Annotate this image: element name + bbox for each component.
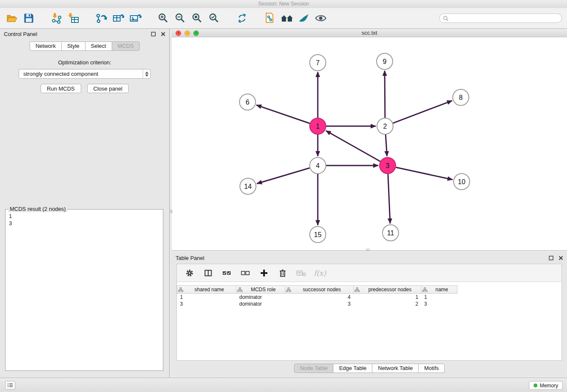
import-network-button[interactable] bbox=[48, 10, 65, 26]
show-graphics-details-button[interactable] bbox=[312, 10, 329, 26]
column-type-icon bbox=[355, 287, 360, 292]
maximize-window-icon[interactable]: + bbox=[193, 30, 199, 36]
graph-node-label: 3 bbox=[386, 162, 390, 169]
graph-node-label: 1 bbox=[316, 123, 320, 130]
mcds-result-title: MCDS result (2 nodes) bbox=[8, 206, 67, 212]
column-header-successor-nodes[interactable]: successor nodes bbox=[285, 286, 354, 294]
column-header-name[interactable]: name bbox=[421, 286, 457, 294]
delete-column-button[interactable] bbox=[278, 268, 288, 278]
network-view-window: × − + scc.txt 7968124314101511 bbox=[172, 29, 567, 251]
add-column-button[interactable] bbox=[259, 268, 269, 278]
zoom-fit-button[interactable] bbox=[189, 10, 206, 26]
table-cell[interactable]: dominator bbox=[237, 301, 285, 307]
refresh-view-button[interactable] bbox=[234, 10, 250, 26]
main-toolbar bbox=[0, 8, 567, 29]
table-cell[interactable]: 3 bbox=[285, 301, 354, 307]
graph-edge-2-3[interactable] bbox=[385, 135, 387, 156]
table-cell[interactable]: 2 bbox=[354, 301, 421, 307]
global-search-field[interactable] bbox=[439, 14, 562, 23]
column-header-mcds-role[interactable]: MCDS role bbox=[237, 286, 285, 294]
search-input[interactable] bbox=[451, 15, 558, 21]
graph-edge-3-10[interactable] bbox=[396, 167, 453, 179]
table-cell[interactable]: dominator bbox=[237, 294, 285, 301]
import-network-icon bbox=[50, 12, 63, 24]
graph-edge-2-9[interactable] bbox=[385, 71, 385, 118]
table-tab-edge-table[interactable]: Edge Table bbox=[333, 364, 372, 373]
table-settings-button[interactable] bbox=[184, 268, 195, 278]
tab-network[interactable]: Network bbox=[30, 41, 62, 51]
minimize-window-icon[interactable]: − bbox=[184, 30, 190, 36]
export-table-button[interactable] bbox=[110, 10, 127, 26]
zoom-fit-icon bbox=[192, 13, 203, 24]
table-panel-title: Table Panel bbox=[176, 255, 204, 261]
canvas-splitter-handle[interactable] bbox=[362, 248, 373, 251]
export-image-button[interactable] bbox=[127, 10, 144, 26]
table-cell[interactable]: 4 bbox=[285, 294, 354, 301]
import-table-icon bbox=[67, 12, 80, 24]
close-panel-icon[interactable] bbox=[160, 31, 166, 37]
zoom-selected-button[interactable] bbox=[206, 10, 223, 26]
control-panel-header: Control Panel bbox=[0, 29, 169, 40]
table-toolbar: f(x) bbox=[177, 264, 561, 282]
table-tab-network-table[interactable]: Network Table bbox=[372, 364, 418, 373]
table-row[interactable]: 1dominator411 bbox=[177, 294, 457, 301]
export-table-icon bbox=[112, 12, 125, 24]
graph-edge-2-8[interactable] bbox=[393, 101, 452, 123]
home-networks-button[interactable] bbox=[278, 10, 295, 26]
tab-style[interactable]: Style bbox=[62, 41, 85, 51]
select-all-button[interactable] bbox=[222, 268, 232, 278]
panel-splitter-handle[interactable] bbox=[170, 206, 173, 217]
network-canvas[interactable]: 7968124314101511 bbox=[172, 37, 567, 250]
tab-mcds[interactable]: MCDS bbox=[112, 41, 140, 51]
export-network-button[interactable] bbox=[93, 10, 110, 26]
home-icon bbox=[280, 13, 294, 24]
function-builder-button: f(x) bbox=[315, 268, 325, 278]
save-session-button[interactable] bbox=[20, 10, 37, 26]
window-titlebar: Session: New Session bbox=[0, 0, 567, 8]
table-cell[interactable]: 3 bbox=[177, 301, 237, 307]
clone-network-button[interactable] bbox=[261, 10, 278, 26]
mcds-result-group: MCDS result (2 nodes) 13 bbox=[5, 209, 163, 371]
table-panel-header: Table Panel bbox=[172, 253, 567, 264]
delete-table-icon bbox=[296, 269, 306, 277]
open-file-button[interactable] bbox=[3, 10, 20, 26]
table-cell[interactable]: 1 bbox=[177, 294, 237, 301]
close-panel-button[interactable]: Close panel bbox=[87, 84, 129, 93]
zoom-selected-icon bbox=[209, 13, 220, 24]
show-columns-button[interactable] bbox=[203, 268, 213, 278]
graph-edge-3-1[interactable] bbox=[326, 131, 380, 161]
paint-brush-icon bbox=[297, 13, 310, 24]
table-tab-node-table[interactable]: Node Table bbox=[294, 364, 334, 373]
mcds-result-list: 13 bbox=[6, 210, 163, 230]
zoom-in-button[interactable] bbox=[155, 10, 172, 26]
graph-edge-3-11[interactable] bbox=[388, 174, 390, 224]
table-row[interactable]: 3dominator323 bbox=[177, 301, 457, 307]
table-cell[interactable]: 1 bbox=[354, 294, 421, 301]
network-graph[interactable]: 7968124314101511 bbox=[172, 37, 567, 250]
table-cell[interactable]: 1 bbox=[421, 294, 457, 301]
graph-node-label: 14 bbox=[244, 183, 252, 190]
column-header-shared-name[interactable]: shared name bbox=[177, 286, 237, 294]
close-table-panel-icon[interactable] bbox=[558, 255, 564, 261]
run-mcds-button[interactable]: Run MCDS bbox=[41, 84, 81, 93]
task-history-button[interactable] bbox=[5, 381, 15, 389]
table-panel-tabs: Node TableEdge TableNetwork TableMotifs bbox=[172, 364, 567, 373]
close-window-icon[interactable]: × bbox=[176, 30, 181, 36]
column-type-icon bbox=[237, 287, 242, 292]
float-table-panel-icon[interactable] bbox=[548, 255, 554, 261]
column-header-predecessor-nodes[interactable]: predecessor nodes bbox=[354, 286, 421, 294]
criterion-dropdown[interactable]: strongly connected component bbox=[19, 69, 151, 79]
table-cell[interactable]: 3 bbox=[421, 301, 457, 307]
table-tab-motifs[interactable]: Motifs bbox=[418, 364, 445, 373]
graph-edge-1-6[interactable] bbox=[256, 105, 310, 123]
graph-edge-4-14[interactable] bbox=[257, 168, 310, 184]
import-table-button[interactable] bbox=[65, 10, 82, 26]
apply-style-button[interactable] bbox=[295, 10, 312, 26]
graph-node-label: 10 bbox=[458, 178, 465, 185]
memory-button[interactable]: Memory bbox=[529, 381, 563, 390]
select-all-icon bbox=[222, 269, 231, 277]
zoom-out-button[interactable] bbox=[172, 10, 189, 26]
deselect-all-button[interactable] bbox=[240, 268, 250, 278]
float-panel-icon[interactable] bbox=[151, 31, 156, 37]
tab-select[interactable]: Select bbox=[85, 41, 112, 51]
